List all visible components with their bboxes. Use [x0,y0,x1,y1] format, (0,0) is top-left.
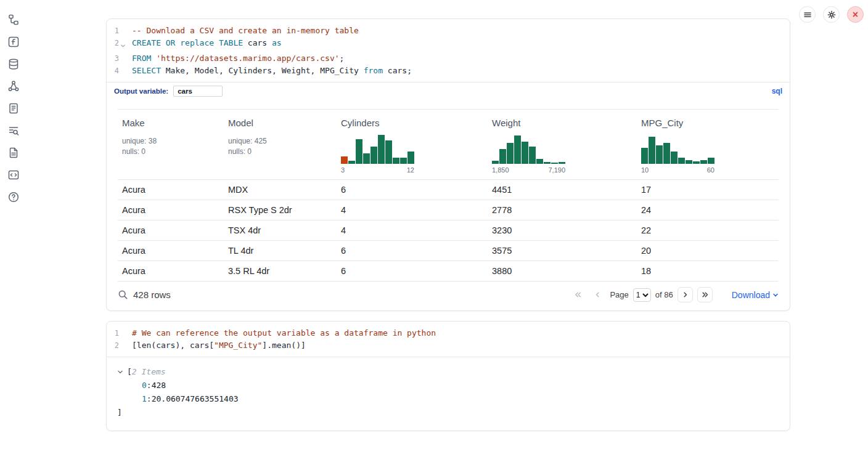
settings-gear-icon[interactable] [823,6,840,23]
sql-code-editor[interactable]: 1-- Download a CSV and create an in-memo… [107,19,790,82]
histogram-bar[interactable] [371,147,377,164]
fold-chevron-icon[interactable] [119,37,126,52]
table-row[interactable]: AcuraTSX 4dr4323022 [118,220,779,241]
menu-icon[interactable] [799,6,816,23]
histogram-bar[interactable] [348,161,355,164]
column-histogram[interactable]: 312 [341,134,483,174]
snippets-icon[interactable] [7,168,20,182]
download-button[interactable]: Download [732,290,779,300]
histogram-bar[interactable] [363,153,370,164]
table-cell[interactable]: 3.5 RL 4dr [224,261,337,281]
histogram-bar[interactable] [700,160,707,164]
table-cell[interactable]: RSX Type S 2dr [224,200,337,220]
histogram-bar[interactable] [522,142,528,164]
histogram-bar[interactable] [407,152,414,164]
table-row[interactable]: AcuraTL 4dr6357520 [118,241,779,261]
histogram-bar[interactable] [649,137,655,164]
table-cell[interactable]: 18 [637,261,779,281]
dependency-graph-icon[interactable] [7,79,20,93]
help-icon[interactable] [7,190,20,204]
histogram-bar[interactable] [341,156,348,164]
histogram-bar[interactable] [514,136,521,164]
table-row[interactable]: AcuraMDX6445117 [118,180,779,200]
code-line[interactable]: 1-- Download a CSV and create an in-memo… [107,25,790,37]
histogram-bar[interactable] [492,161,499,164]
column-histogram[interactable]: 1,8507,190 [492,134,632,174]
column-header[interactable]: Cylinders312 [337,110,488,180]
column-histogram[interactable]: 1060 [641,134,774,174]
last-page-icon[interactable] [697,287,713,302]
code-line[interactable]: 2CREATE OR replace TABLE cars as [107,37,790,52]
histogram-bar[interactable] [551,163,558,164]
column-header[interactable]: MPG_City1060 [637,110,779,180]
code-line[interactable]: 4SELECT Make, Model, Cylinders, Weight, … [107,65,790,77]
table-cell[interactable]: 4 [337,220,488,241]
table-cell[interactable]: 24 [637,200,779,220]
table-cell[interactable]: MDX [224,180,337,200]
histogram-bar[interactable] [693,161,700,164]
column-header[interactable]: Makeunique: 38nulls: 0 [118,110,224,180]
table-cell[interactable]: Acura [118,200,224,220]
table-cell[interactable]: 6 [337,241,488,261]
histogram-bar[interactable] [378,135,385,164]
histogram-bar[interactable] [499,149,506,164]
table-row[interactable]: AcuraRSX Type S 2dr4277824 [118,200,779,220]
close-icon[interactable]: × [847,6,864,23]
page-select[interactable]: 1 [633,288,651,302]
code-line[interactable]: 2[len(cars), cars["MPG_City"].mean()] [107,339,790,352]
table-cell[interactable]: 3575 [488,241,637,261]
histogram-bar[interactable] [393,158,399,164]
search-icon[interactable] [118,289,128,300]
first-page-icon[interactable] [570,287,586,302]
table-cell[interactable]: 2778 [488,200,637,220]
histogram-bar[interactable] [507,143,514,164]
histogram-bar[interactable] [656,145,663,164]
table-cell[interactable]: 4451 [488,180,637,200]
table-cell[interactable]: TSX 4dr [224,220,337,241]
table-cell[interactable]: 3880 [488,261,637,281]
language-badge[interactable]: sql [772,87,782,95]
column-header[interactable]: Weight1,8507,190 [488,110,637,180]
histogram-bar[interactable] [529,147,536,164]
histogram-bar[interactable] [641,148,648,164]
database-icon[interactable] [7,57,20,71]
table-cell[interactable]: Acura [118,220,224,241]
table-cell[interactable]: 6 [337,261,488,281]
table-cell[interactable]: 4 [337,200,488,220]
table-row[interactable]: Acura3.5 RL 4dr6388018 [118,261,779,281]
table-cell[interactable]: Acura [118,261,224,281]
histogram-bar[interactable] [544,162,551,164]
code-line[interactable]: 3FROM 'https://datasets.marimo.app/cars.… [107,52,790,65]
table-cell[interactable]: Acura [118,180,224,200]
histogram-bar[interactable] [400,158,407,164]
histogram-bar[interactable] [356,139,362,164]
next-page-icon[interactable] [678,287,693,302]
scratchpad-function-icon[interactable] [7,35,20,49]
collapse-chevron-icon[interactable] [117,369,125,375]
table-cell[interactable]: TL 4dr [224,241,337,261]
table-cell[interactable]: Acura [118,241,224,261]
table-cell[interactable]: 6 [337,180,488,200]
python-code-editor[interactable]: 1# We can reference the output variable … [107,322,790,357]
line-number: 1 [107,327,119,339]
histogram-bar[interactable] [559,162,565,164]
output-variable-input[interactable] [173,86,223,97]
table-cell[interactable]: 17 [637,180,779,200]
column-header[interactable]: Modelunique: 425nulls: 0 [224,110,337,180]
histogram-bar[interactable] [678,158,685,164]
histogram-bar[interactable] [536,159,543,164]
table-cell[interactable]: 20 [637,241,779,261]
file-tree-icon[interactable] [7,13,20,26]
histogram-bar[interactable] [385,140,392,164]
histogram-bar[interactable] [708,158,714,164]
histogram-bar[interactable] [686,160,692,164]
document-icon[interactable] [7,146,20,160]
outline-search-icon[interactable] [7,124,20,137]
code-line[interactable]: 1# We can reference the output variable … [107,327,790,339]
table-cell[interactable]: 22 [637,220,779,241]
histogram-bar[interactable] [663,143,670,164]
histogram-bar[interactable] [671,152,678,164]
prev-page-icon[interactable] [590,287,605,302]
table-cell[interactable]: 3230 [488,220,637,241]
notebook-icon[interactable] [7,102,20,115]
